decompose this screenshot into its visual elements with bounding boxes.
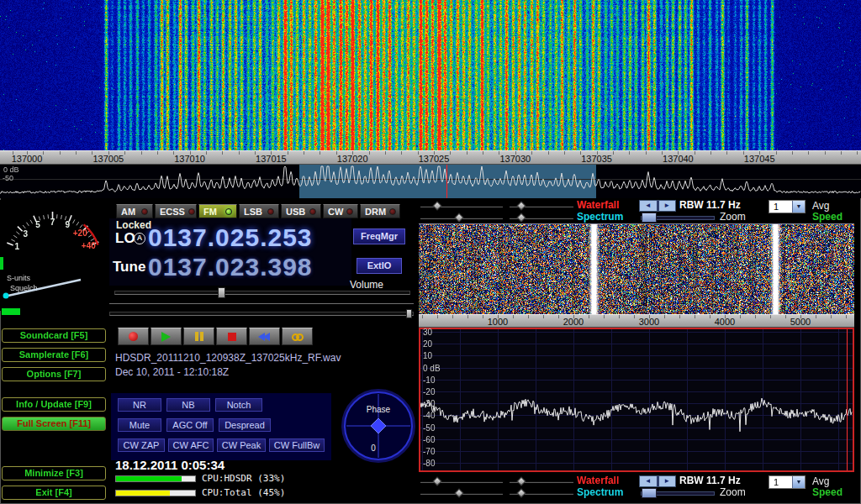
record-button[interactable] [118,328,149,345]
main-frequency-ruler[interactable]: 1370001370051370101370151370201370251370… [0,150,861,165]
slider-thumb[interactable] [432,201,441,210]
soundcard-button[interactable]: Soundcard [F5] [2,328,106,343]
ruler-label: 137000 [2,154,52,164]
rewind-icon [260,329,270,344]
spectrum-label: Spectrum [577,212,623,223]
slider-thumb[interactable] [516,201,526,210]
waterfall-contrast-slider[interactable] [510,205,573,207]
ruler-label: 137010 [165,154,215,164]
mode-lsb-label: LSB [244,207,262,217]
arrow-right-icon[interactable]: ► [659,201,676,211]
volume-slider-thumb[interactable] [218,287,225,298]
waterfall-contrast-slider[interactable] [510,480,573,483]
shift-arrows[interactable]: ◄► [639,475,676,487]
slider-thumb[interactable] [454,213,463,222]
slider-thumb[interactable] [432,476,441,486]
pause-button[interactable] [183,328,214,345]
info-update-button[interactable]: Info / Update [F9] [2,397,106,412]
slider-thumb[interactable] [516,213,526,222]
options-button[interactable]: Options [F7] [2,367,106,381]
spectrum-contrast-slider[interactable] [510,217,573,219]
exit-button[interactable]: Exit [F4] [2,486,106,500]
mode-drm-label: DRM [365,207,386,217]
chevron-down-icon[interactable]: ▼ [792,476,805,488]
arrow-left-icon[interactable]: ◄ [640,476,657,486]
audio-spectrum[interactable] [420,329,853,470]
spectrum-brightness-slider[interactable] [420,492,503,495]
ruler-label: 2000 [548,317,599,327]
minimize-button[interactable]: Minimize [F3] [2,466,106,480]
mode-usb-button[interactable]: USB [281,204,321,218]
agc-off-button[interactable]: AGC Off [166,418,214,432]
main-spectrum-db-top-label: 0 dB [3,165,19,174]
mode-am-button[interactable]: AM [116,204,153,218]
cpu-total-bar [115,490,196,496]
shift-arrows[interactable]: ◄► [639,200,676,212]
lock-a-badge[interactable]: A [134,233,145,244]
mode-fm-label: FM [203,207,217,217]
slider-thumb[interactable] [516,476,526,486]
zoom-slider[interactable] [641,491,715,496]
mode-fm-button[interactable]: FM [198,204,237,218]
avg-dropdown[interactable]: 1▼ [769,475,806,489]
slider-thumb[interactable] [454,488,463,497]
cpu-hdsdr-bar-fill [116,476,182,481]
mode-am-label: AM [121,207,135,217]
zoom-slider[interactable] [641,216,715,220]
fine-tune-slider[interactable] [109,312,414,316]
locked-label: Locked [116,219,151,231]
waterfall-brightness-slider[interactable] [420,480,503,483]
mode-cw-button[interactable]: CW [323,204,358,218]
extio-button[interactable]: ExtIO [357,258,402,274]
zoom-slider-thumb[interactable] [642,488,657,498]
ruler-label: 4000 [700,317,750,327]
play-button[interactable] [151,328,182,345]
spectrum-label: Spectrum [577,487,623,498]
cw-fullbw-button[interactable]: CW FullBw [269,438,325,452]
loop-button[interactable] [282,328,313,345]
mute-button[interactable]: Mute [118,418,161,432]
zoom-slider-thumb[interactable] [642,213,657,223]
volume-slider[interactable] [114,291,410,295]
led-icon [389,208,396,215]
nb-button[interactable]: NB [166,398,210,412]
notch-button[interactable]: Notch [215,398,262,412]
rewind-button[interactable] [249,328,280,345]
volume-label: Volume [350,279,383,291]
main-spectrum[interactable] [0,165,861,198]
arrow-left-icon[interactable]: ◄ [640,201,657,211]
ruler-label: 3000 [624,317,674,327]
chevron-down-icon[interactable]: ▼ [792,201,805,213]
avg-dropdown[interactable]: 1▼ [769,200,806,213]
cw-zap-button[interactable]: CW ZAP [118,438,165,452]
fullscreen-button[interactable]: Full Screen [F11] [2,417,106,431]
despread-button[interactable]: Despread [219,418,271,432]
cw-afc-button[interactable]: CW AFC [168,438,214,452]
main-waterfall[interactable] [0,0,861,150]
freqmgr-button[interactable]: FreqMgr [353,228,405,244]
datetime-label: 18.12.2011 0:05:34 [115,458,224,472]
tune-frequency-value[interactable]: 0137.023.398 [148,253,313,281]
waterfall-brightness-slider[interactable] [420,205,503,207]
ruler-label: 137020 [327,154,378,164]
avg-dropdown-value: 1 [769,201,792,213]
lo-frequency-value[interactable]: 0137.025.253 [148,223,313,252]
arrow-right-icon[interactable]: ► [659,476,676,486]
cw-peak-button[interactable]: CW Peak [217,438,266,452]
spectrum-brightness-slider[interactable] [420,217,503,219]
speed-label: Speed [812,212,843,223]
samplerate-button[interactable]: Samplerate [F6] [2,348,106,362]
fine-tune-thumb[interactable] [406,309,412,318]
spectrum-contrast-slider[interactable] [510,492,573,495]
loop-icon [292,329,304,344]
mode-drm-button[interactable]: DRM [360,204,400,218]
audio-waterfall[interactable] [419,223,854,315]
mode-ecss-button[interactable]: ECSS [155,204,197,218]
slider-thumb[interactable] [516,488,526,497]
stop-button[interactable] [216,328,247,345]
audio-spectrum-panel[interactable]: 3020100 dB-10-20-30-40-50-60-70-80 [419,328,854,472]
audio-frequency-ruler[interactable]: 10002000300040005000 [419,314,854,328]
nr-button[interactable]: NR [118,398,161,412]
mode-lsb-button[interactable]: LSB [239,204,279,218]
zoom-label: Zoom [720,212,746,223]
